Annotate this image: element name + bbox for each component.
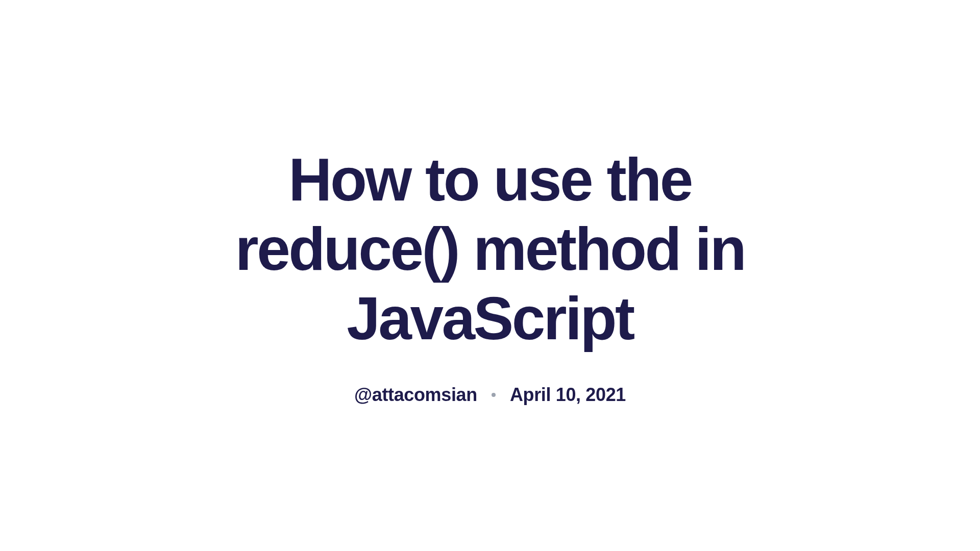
article-meta: @attacomsian April 10, 2021 [204,384,776,406]
article-card: How to use the reduce() method in JavaSc… [184,145,796,405]
article-title: How to use the reduce() method in JavaSc… [204,145,776,353]
dot-separator-icon [492,393,496,397]
article-author: @attacomsian [354,384,477,406]
article-date: April 10, 2021 [510,384,626,406]
